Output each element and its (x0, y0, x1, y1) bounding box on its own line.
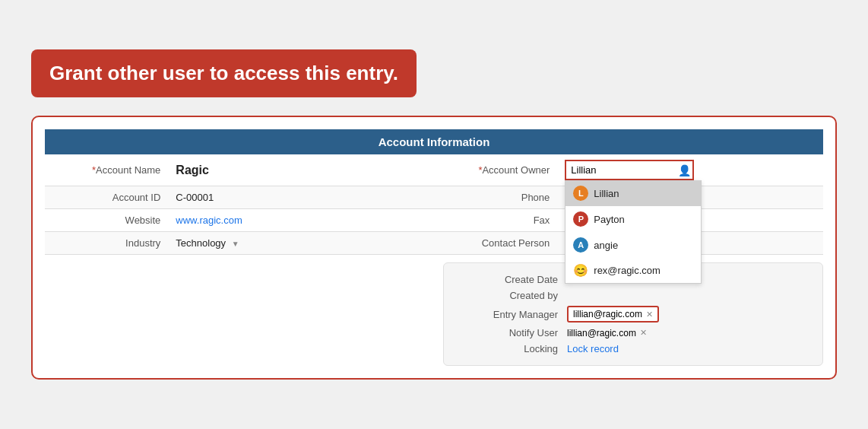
dropdown-item-rex[interactable]: 😊 rex@ragic.com (565, 258, 701, 283)
table-header: Account Information (45, 129, 823, 154)
fax-label: Fax (434, 209, 557, 232)
notify-user-tag: lillian@ragic.com ✕ (567, 328, 647, 338)
entry-manager-label: Entry Manager (459, 309, 558, 320)
account-owner-cell: 👤 L Lillian P Payton (557, 154, 823, 186)
banner: Grant other user to access this entry. (31, 49, 417, 97)
avatar-lillian: L (573, 186, 588, 201)
industry-dropdown-arrow[interactable]: ▼ (232, 240, 239, 248)
dropdown-label: Lillian (594, 188, 619, 199)
website-label: Website (45, 209, 168, 232)
meta-locking: Locking Lock record (459, 343, 807, 354)
notify-user-value: lillian@ragic.com (567, 328, 636, 338)
owner-input-wrapper: 👤 L Lillian P Payton (565, 160, 694, 180)
industry-text: Technology (176, 237, 226, 249)
meta-created-by: Created by (459, 290, 807, 301)
main-card: Account Information *Account Name Ragic … (31, 116, 837, 380)
account-table: Account Information *Account Name Ragic … (45, 129, 823, 255)
table-row: Website www.ragic.com Fax (45, 209, 823, 232)
account-owner-label: *Account Owner (434, 154, 557, 186)
created-by-label: Created by (459, 290, 558, 301)
table-row: Industry Technology ▼ Contact Person (45, 232, 823, 255)
create-date-label: Create Date (459, 274, 558, 285)
avatar-rex: 😊 (573, 263, 588, 278)
avatar-angie: A (573, 237, 588, 253)
account-name-label: *Account Name (45, 154, 168, 186)
account-id-value: C-00001 (168, 186, 434, 209)
dropdown-item-payton[interactable]: P Payton (565, 206, 701, 232)
user-dropdown: L Lillian P Payton A angie (565, 180, 702, 284)
phone-label: Phone (434, 186, 557, 209)
dropdown-label: Payton (594, 214, 624, 225)
dropdown-label: angie (594, 240, 618, 251)
avatar-payton: P (573, 211, 588, 227)
notify-user-remove[interactable]: ✕ (640, 328, 647, 338)
notify-user-label: Notify User (459, 327, 558, 338)
meta-notify-user: Notify User lillian@ragic.com ✕ (459, 327, 807, 338)
meta-entry-manager: Entry Manager lillian@ragic.com ✕ (459, 306, 807, 323)
lock-record-link[interactable]: Lock record (567, 343, 619, 354)
account-owner-input[interactable] (565, 160, 694, 180)
locking-label: Locking (459, 343, 558, 354)
entry-manager-remove[interactable]: ✕ (646, 310, 653, 319)
contact-person-label: Contact Person (434, 232, 557, 255)
account-id-label: Account ID (45, 186, 168, 209)
table-row: *Account Name Ragic *Account Owner 👤 (45, 154, 823, 186)
industry-label: Industry (45, 232, 168, 255)
dropdown-item-angie[interactable]: A angie (565, 232, 701, 258)
industry-value: Technology ▼ (168, 232, 434, 255)
table-row: Account ID C-00001 Phone (45, 186, 823, 209)
banner-text: Grant other user to access this entry. (49, 62, 398, 84)
website-value: www.ragic.com (168, 209, 434, 232)
entry-manager-tag: lillian@ragic.com ✕ (567, 306, 659, 323)
dropdown-label: rex@ragic.com (594, 265, 661, 276)
website-link[interactable]: www.ragic.com (176, 214, 242, 226)
entry-manager-value: lillian@ragic.com (573, 309, 642, 319)
dropdown-item-lillian[interactable]: L Lillian (565, 180, 701, 206)
account-name-value: Ragic (168, 154, 434, 186)
person-icon: 👤 (678, 164, 691, 176)
